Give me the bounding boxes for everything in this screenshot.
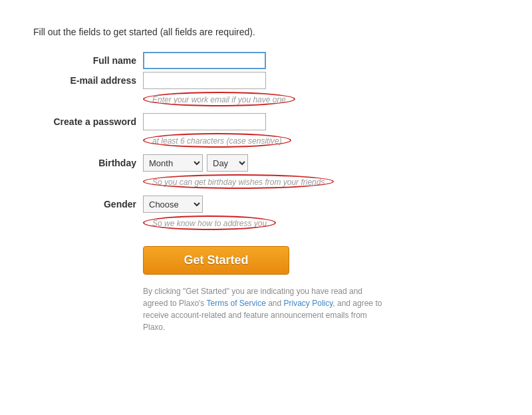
birthday-hint-row: So you can get birthday wishes from your… [33, 174, 499, 189]
gender-row: Gender ChooseMaleFemale [33, 196, 499, 213]
fullname-input[interactable] [143, 52, 266, 69]
birthday-row: Birthday MonthJanuaryFebruaryMarchAprilM… [33, 154, 499, 172]
password-row: Create a password [33, 113, 499, 130]
gender-label: Gender [33, 199, 136, 209]
birthday-hint-text: So you can get birthday wishes from your… [152, 178, 325, 187]
page-container: Fill out the fields to get started (all … [33, 27, 499, 333]
terms-text: By clicking "Get Started" you are indica… [143, 285, 382, 333]
birthday-label: Birthday [33, 158, 136, 168]
gender-hint-text: So we know how to address you [152, 219, 267, 228]
email-hint-text: Enter your work email if you have one [152, 95, 286, 104]
intro-text: Fill out the fields to get started (all … [33, 27, 499, 37]
birthday-hint-oval: So you can get birthday wishes from your… [143, 174, 334, 189]
email-hint-row: Enter your work email if you have one [33, 92, 499, 106]
password-hint-oval: at least 6 characters (case sensitive) [143, 133, 291, 148]
get-started-button[interactable]: Get Started [143, 246, 289, 275]
registration-form: Full name E-mail address Enter your work… [33, 52, 499, 333]
password-input[interactable] [143, 113, 266, 130]
month-select[interactable]: MonthJanuaryFebruaryMarchAprilMayJuneJul… [143, 154, 203, 172]
terms-of-service-link[interactable]: Terms of Service [206, 299, 265, 308]
password-hint-row: at least 6 characters (case sensitive) [33, 133, 499, 148]
terms-conjunction: and [266, 299, 284, 308]
password-hint-text: at least 6 characters (case sensitive) [152, 136, 282, 146]
email-row: E-mail address [33, 72, 499, 89]
email-hint-oval: Enter your work email if you have one [143, 92, 295, 106]
email-label: E-mail address [33, 75, 136, 86]
gender-select[interactable]: ChooseMaleFemale [143, 196, 203, 213]
gender-hint-row: So we know how to address you [33, 215, 499, 230]
gender-hint-oval: So we know how to address you [143, 215, 276, 230]
terms-row: By clicking "Get Started" you are indica… [33, 285, 499, 333]
password-label: Create a password [33, 116, 136, 127]
day-select[interactable]: Day1234567891011121314151617181920212223… [207, 154, 248, 172]
email-input[interactable] [143, 72, 266, 89]
fullname-row: Full name [33, 52, 499, 69]
birthday-inputs: MonthJanuaryFebruaryMarchAprilMayJuneJul… [143, 154, 248, 172]
fullname-label: Full name [33, 55, 136, 66]
privacy-policy-link[interactable]: Privacy Policy [284, 299, 333, 308]
submit-row: Get Started [33, 246, 499, 275]
